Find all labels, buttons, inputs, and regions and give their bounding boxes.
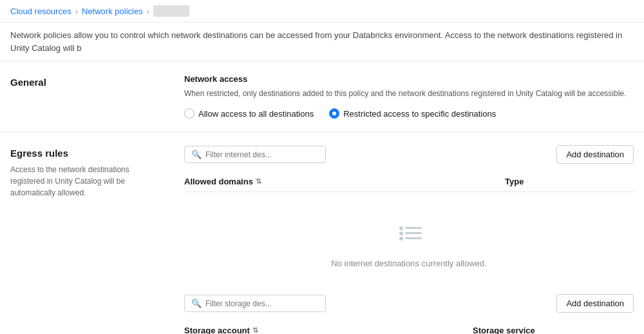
- domain-sort-icon[interactable]: ⇅: [256, 177, 261, 186]
- egress-desc: Access to the network destinations regis…: [10, 164, 164, 199]
- radio-all-destinations[interactable]: Allow access to all destinations: [184, 108, 314, 119]
- svg-rect-1: [405, 227, 422, 229]
- radio-all-label: Allow access to all destinations: [198, 109, 314, 119]
- general-content: Network access When restricted, only des…: [174, 61, 644, 132]
- storage-search-icon: 🔍: [191, 299, 202, 308]
- breadcrumb: Cloud resources › Network policies ›: [0, 0, 644, 23]
- general-label: General: [0, 61, 174, 132]
- breadcrumb-cloud-resources[interactable]: Cloud resources: [10, 6, 71, 16]
- internet-empty-text: No internet destinations currently allow…: [331, 259, 486, 268]
- network-access-desc: When restricted, only destinations added…: [184, 88, 634, 99]
- internet-filter-input[interactable]: [205, 150, 319, 159]
- internet-filter-input-wrap[interactable]: 🔍: [184, 146, 326, 163]
- svg-point-4: [399, 237, 403, 241]
- general-section: General Network access When restricted, …: [0, 61, 644, 132]
- egress-label: Egress rules Access to the network desti…: [0, 132, 174, 334]
- col-domain-header: Allowed domains ⇅: [184, 177, 505, 186]
- storage-sort-icon[interactable]: ⇅: [252, 326, 258, 334]
- network-access-title: Network access: [184, 74, 634, 84]
- egress-title: Egress rules: [10, 148, 164, 159]
- col-type-header: Type: [505, 177, 634, 186]
- page-description: Network policies allow you to control wh…: [0, 23, 644, 61]
- breadcrumb-sep1: ›: [75, 6, 78, 16]
- radio-restricted-label: Restricted access to specific destinatio…: [343, 109, 496, 119]
- breadcrumb-policy-name: [153, 5, 189, 17]
- svg-rect-5: [405, 237, 422, 239]
- radio-restricted-destinations[interactable]: Restricted access to specific destinatio…: [329, 108, 496, 119]
- internet-table-header: Allowed domains ⇅ Type: [184, 172, 634, 192]
- internet-empty-state: No internet destinations currently allow…: [184, 192, 634, 294]
- storage-filter-input[interactable]: [205, 299, 319, 308]
- storage-table-header: Storage account ⇅ Storage service: [184, 320, 634, 334]
- add-internet-destination-button[interactable]: Add destination: [556, 145, 634, 164]
- internet-search-icon: 🔍: [191, 150, 202, 159]
- breadcrumb-sep2: ›: [147, 6, 149, 16]
- svg-point-2: [399, 231, 403, 235]
- empty-list-icon: [393, 218, 424, 251]
- network-access-radio-group: Allow access to all destinations Restric…: [184, 108, 634, 119]
- egress-rules-section: Egress rules Access to the network desti…: [0, 132, 644, 334]
- svg-rect-3: [405, 232, 422, 234]
- internet-filter-row: 🔍 Add destination: [184, 145, 634, 164]
- radio-restricted-circle: [329, 108, 339, 119]
- svg-point-0: [399, 226, 403, 230]
- col-storage-service-header: Storage service: [473, 326, 634, 334]
- add-storage-destination-button[interactable]: Add destination: [556, 294, 634, 313]
- general-title: General: [10, 77, 164, 88]
- egress-content: 🔍 Add destination Allowed domains ⇅ Type: [174, 132, 644, 334]
- breadcrumb-network-policies[interactable]: Network policies: [82, 6, 143, 16]
- radio-all-circle: [184, 108, 194, 119]
- col-storage-account-header: Storage account ⇅: [184, 326, 473, 334]
- storage-filter-row: 🔍 Add destination: [184, 294, 634, 313]
- storage-filter-input-wrap[interactable]: 🔍: [184, 295, 326, 312]
